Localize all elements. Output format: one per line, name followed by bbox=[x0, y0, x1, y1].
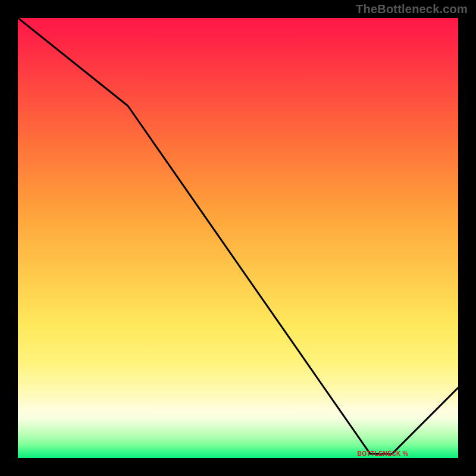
line-overlay bbox=[18, 18, 458, 458]
chart-container: TheBottleneck.com BOTTLENECK % bbox=[0, 0, 476, 476]
watermark-text: TheBottleneck.com bbox=[356, 2, 468, 16]
plot-area: BOTTLENECK % bbox=[18, 18, 458, 458]
bottleneck-label: BOTTLENECK % bbox=[358, 450, 409, 457]
bottleneck-line bbox=[18, 18, 458, 454]
